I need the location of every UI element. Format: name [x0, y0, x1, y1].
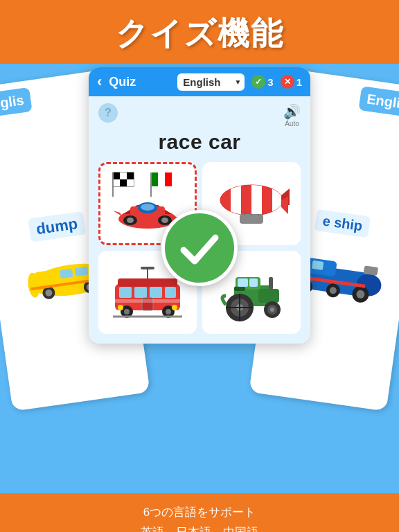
svg-rect-58: [251, 185, 262, 215]
svg-rect-88: [238, 278, 248, 287]
audio-label: Auto: [285, 120, 299, 127]
svg-rect-38: [165, 172, 172, 186]
footer-line2: 英語、日本語、中国語: [14, 523, 385, 532]
page-title: クイズ機能: [0, 12, 399, 55]
svg-point-82: [118, 305, 123, 310]
svg-rect-33: [120, 179, 127, 186]
bg-right-word: e ship: [314, 209, 371, 238]
svg-rect-56: [231, 185, 241, 215]
score-wrong: ✕ 1: [281, 75, 302, 89]
svg-rect-70: [134, 287, 147, 298]
svg-rect-4: [60, 269, 73, 278]
svg-rect-61: [240, 214, 263, 224]
image-grid: [98, 162, 301, 334]
svg-rect-37: [158, 172, 165, 186]
quiz-body: ? 🔊 Auto race car: [89, 96, 310, 344]
svg-rect-69: [119, 287, 132, 298]
language-select[interactable]: English Japanese Chinese: [177, 73, 245, 91]
svg-point-44: [141, 204, 154, 211]
svg-point-48: [161, 218, 168, 223]
svg-rect-98: [234, 287, 245, 291]
svg-rect-85: [258, 289, 279, 303]
quiz-card: ‹ Quiz English Japanese Chinese ✓ 3 ✕ 1 …: [89, 67, 310, 344]
language-selector-wrapper[interactable]: English Japanese Chinese: [177, 73, 245, 91]
correct-answer-overlay: [161, 210, 238, 286]
svg-rect-30: [120, 172, 127, 179]
bottom-footer: 6つの言語をサポート 英語、日本語、中国語 韓国語、スペイン語、ドイツ語: [0, 493, 399, 532]
svg-point-97: [270, 308, 274, 312]
svg-rect-75: [141, 267, 154, 269]
wrong-icon: ✕: [281, 75, 294, 89]
svg-rect-72: [165, 287, 176, 298]
score-correct: ✓ 3: [251, 75, 273, 89]
svg-rect-81: [115, 299, 180, 303]
svg-rect-31: [127, 172, 134, 179]
svg-point-77: [124, 309, 130, 314]
quiz-title: Quiz: [109, 75, 170, 89]
bg-card-left-tab: Englis: [0, 87, 33, 119]
svg-rect-34: [127, 179, 134, 186]
footer-line1: 6つの言語をサポート: [14, 503, 385, 523]
svg-rect-89: [249, 278, 258, 287]
top-header: クイズ機能: [0, 0, 399, 64]
quiz-header: ‹ Quiz English Japanese Chinese ✓ 3 ✕ 1: [89, 67, 310, 96]
back-button[interactable]: ‹: [97, 73, 102, 91]
bg-left-word: dump: [28, 211, 86, 242]
svg-rect-32: [113, 179, 120, 186]
quiz-top-row: ? 🔊 Auto: [98, 103, 301, 127]
svg-point-46: [127, 218, 134, 223]
audio-button[interactable]: 🔊 Auto: [283, 103, 301, 127]
svg-rect-59: [262, 185, 272, 215]
svg-point-83: [172, 305, 177, 310]
svg-rect-18: [312, 260, 324, 269]
svg-rect-71: [150, 287, 162, 298]
checkmark-icon: [175, 224, 224, 272]
audio-icon: 🔊: [283, 103, 301, 120]
correct-icon: ✓: [251, 75, 265, 89]
svg-rect-29: [113, 172, 120, 179]
svg-rect-57: [241, 185, 251, 215]
svg-rect-68: [118, 278, 177, 287]
word-display: race car: [98, 130, 301, 154]
question-icon: ?: [98, 103, 118, 123]
main-area: Englis dump: [0, 64, 399, 493]
svg-marker-50: [113, 211, 122, 216]
svg-point-79: [166, 309, 171, 314]
svg-rect-5: [75, 267, 88, 276]
svg-rect-86: [269, 277, 273, 290]
